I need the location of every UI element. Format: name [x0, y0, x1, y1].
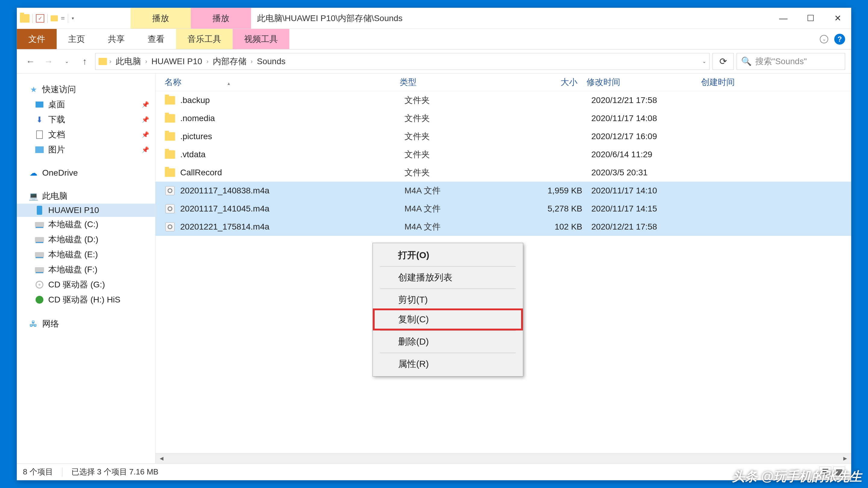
chevron-right-icon[interactable]: ›: [207, 58, 209, 65]
context-cut[interactable]: 剪切(T): [374, 290, 522, 310]
status-item-count: 8 个项目: [23, 466, 53, 477]
help-icon[interactable]: ?: [834, 34, 845, 44]
back-button[interactable]: ←: [23, 54, 38, 69]
sidebar-phone[interactable]: HUAWEI P10: [17, 204, 155, 217]
chevron-down-icon[interactable]: ⌄: [702, 59, 706, 64]
sidebar-label: 此电脑: [42, 190, 67, 202]
file-modified: 2020/11/17 14:10: [591, 186, 706, 195]
breadcrumb-item[interactable]: 此电脑: [114, 56, 143, 67]
sidebar-desktop[interactable]: 桌面📌: [17, 97, 155, 112]
horizontal-scrollbar[interactable]: ◀ ▶: [156, 453, 851, 463]
file-row[interactable]: .nomedia文件夹2020/11/17 14:08: [156, 109, 851, 127]
file-row[interactable]: 20201117_140838.m4aM4A 文件1,959 KB2020/11…: [156, 182, 851, 200]
tab-music-tools[interactable]: 音乐工具: [176, 29, 233, 49]
equals-icon[interactable]: =: [61, 14, 65, 22]
recent-dropdown[interactable]: ⌄: [59, 54, 74, 69]
checkbox-icon[interactable]: ✓: [36, 14, 44, 23]
separator: [380, 289, 516, 289]
folder-icon: [164, 149, 176, 160]
sidebar-this-pc[interactable]: 💻此电脑: [17, 189, 155, 204]
tab-video-tools[interactable]: 视频工具: [233, 29, 289, 49]
separator: [380, 353, 516, 353]
file-modified: 2020/12/17 16:09: [591, 132, 706, 141]
context-create-playlist[interactable]: 创建播放列表: [374, 268, 522, 287]
context-copy[interactable]: 复制(C): [374, 310, 522, 329]
search-icon: 🔍: [741, 56, 752, 66]
status-bar: 8 个项目 已选择 3 个项目 7.16 MB ☰ ▦: [17, 463, 851, 480]
chevron-right-icon[interactable]: ›: [251, 58, 253, 65]
search-input[interactable]: 🔍 搜索"Sounds": [737, 53, 845, 70]
window-title: 此电脑\HUAWEI P10\内部存储\Sounds: [251, 8, 770, 29]
close-button[interactable]: ✕: [824, 8, 851, 29]
tab-home[interactable]: 主页: [57, 29, 96, 49]
sidebar-documents[interactable]: 文档📌: [17, 127, 155, 142]
column-created[interactable]: 创建时间: [701, 76, 842, 88]
file-type: 文件夹: [404, 113, 531, 124]
sidebar-quick-access[interactable]: ★快速访问: [17, 82, 155, 97]
breadcrumb-item[interactable]: 内部存储: [211, 56, 248, 67]
folder-icon: [20, 14, 30, 23]
sidebar-onedrive[interactable]: ☁OneDrive: [17, 166, 155, 180]
minimize-button[interactable]: —: [770, 8, 797, 29]
refresh-button[interactable]: ⟳: [712, 53, 734, 70]
window-controls: — ☐ ✕: [770, 8, 851, 29]
column-size[interactable]: 大小: [526, 76, 587, 88]
file-name: 20201221_175814.m4a: [180, 222, 404, 232]
file-row[interactable]: .pictures文件夹2020/12/17 16:09: [156, 127, 851, 145]
file-modified: 2020/12/21 17:58: [591, 96, 706, 105]
folder-icon[interactable]: [51, 15, 58, 22]
search-placeholder: 搜索"Sounds": [755, 56, 807, 67]
file-modified: 2020/11/17 14:08: [591, 113, 706, 123]
file-row[interactable]: 20201221_175814.m4aM4A 文件102 KB2020/12/2…: [156, 218, 851, 236]
breadcrumb-item[interactable]: Sounds: [255, 57, 287, 66]
status-selection: 已选择 3 个项目 7.16 MB: [71, 466, 158, 477]
tab-share[interactable]: 共享: [96, 29, 136, 49]
file-row[interactable]: .vtdata文件夹2020/6/14 11:29: [156, 145, 851, 164]
context-open[interactable]: 打开(O): [374, 246, 522, 265]
file-type: M4A 文件: [404, 221, 531, 233]
file-name: .backup: [180, 96, 404, 105]
breadcrumb-bar[interactable]: › 此电脑 › HUAWEI P10 › 内部存储 › Sounds ⌄: [95, 53, 710, 70]
chevron-right-icon[interactable]: ›: [145, 58, 147, 65]
sidebar-label: 网络: [42, 318, 59, 330]
scroll-right-icon[interactable]: ▶: [841, 455, 849, 461]
watermark-text: 头条 @玩手机的张先生: [732, 468, 862, 485]
context-tab-headers: 播放 播放: [130, 8, 251, 29]
chevron-right-icon[interactable]: ›: [110, 58, 112, 65]
sidebar-drive-d[interactable]: 本地磁盘 (D:): [17, 232, 155, 247]
forward-button[interactable]: →: [41, 54, 56, 69]
file-modified: 2020/3/5 20:31: [591, 168, 706, 177]
sidebar-drive-c[interactable]: 本地磁盘 (C:): [17, 217, 155, 232]
sidebar-label: 文档: [48, 129, 65, 140]
separator: [380, 266, 516, 267]
breadcrumb-item[interactable]: HUAWEI P10: [150, 57, 204, 66]
sidebar-pictures[interactable]: 图片📌: [17, 142, 155, 157]
sidebar-network[interactable]: 🖧网络: [17, 316, 155, 331]
column-name[interactable]: 名称▲: [164, 76, 400, 88]
pin-icon: 📌: [142, 131, 149, 138]
expand-ribbon-icon[interactable]: ⌄: [820, 35, 828, 43]
tab-file[interactable]: 文件: [17, 29, 57, 49]
tab-view[interactable]: 查看: [136, 29, 176, 49]
sidebar-drive-f[interactable]: 本地磁盘 (F:): [17, 262, 155, 277]
file-row[interactable]: CallRecord文件夹2020/3/5 20:31: [156, 164, 851, 182]
file-row[interactable]: .backup文件夹2020/12/21 17:58: [156, 91, 851, 109]
sidebar-downloads[interactable]: ⬇下载📌: [17, 112, 155, 127]
sidebar-cd-h[interactable]: CD 驱动器 (H:) HiS: [17, 292, 155, 307]
file-row[interactable]: 20201117_141045.m4aM4A 文件5,278 KB2020/11…: [156, 200, 851, 218]
up-button[interactable]: ↑: [77, 54, 92, 69]
column-type[interactable]: 类型: [400, 76, 526, 88]
context-delete[interactable]: 删除(D): [374, 332, 522, 352]
context-properties[interactable]: 属性(R): [374, 354, 522, 374]
chevron-down-icon[interactable]: ▼: [71, 16, 75, 21]
pin-icon: 📌: [142, 116, 149, 123]
file-type: M4A 文件: [404, 203, 531, 215]
column-modified[interactable]: 修改时间: [587, 76, 701, 88]
file-name: 20201117_140838.m4a: [180, 186, 404, 195]
file-size: 5,278 KB: [531, 204, 591, 214]
sidebar-cd-g[interactable]: CD 驱动器 (G:): [17, 277, 155, 292]
maximize-button[interactable]: ☐: [797, 8, 824, 29]
sidebar-drive-e[interactable]: 本地磁盘 (E:): [17, 247, 155, 262]
sidebar-label: 本地磁盘 (C:): [48, 219, 98, 230]
scroll-left-icon[interactable]: ◀: [157, 455, 166, 461]
